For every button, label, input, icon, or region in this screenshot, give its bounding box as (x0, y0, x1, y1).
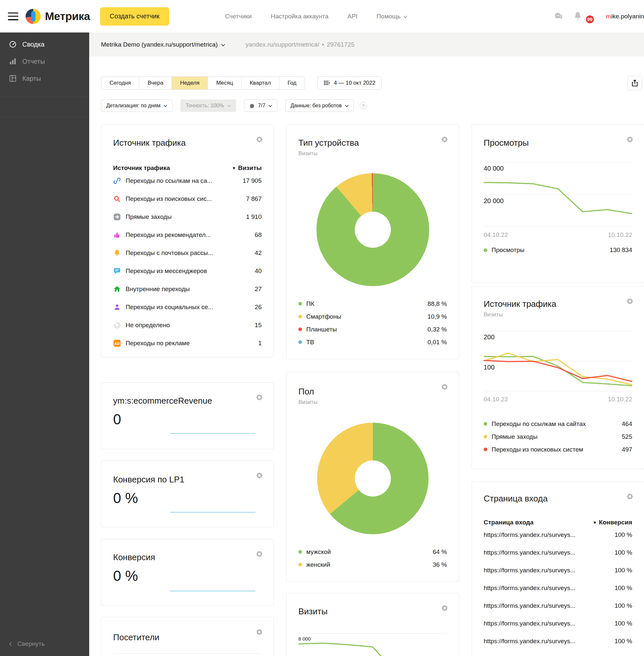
lp1-conversion-widget: Конверсия по LP1 0 % (101, 460, 274, 527)
share-icon (631, 79, 639, 87)
gear-icon[interactable] (255, 393, 263, 402)
table-row[interactable]: ADПереходы по рекламе1 (113, 334, 262, 352)
table-row[interactable]: https://forms.yandex.ru/surveys...100 % (484, 526, 632, 544)
widget-title: Посетители (113, 632, 262, 642)
legend-item[interactable]: Прямые заходы525 (484, 430, 632, 443)
counter-url: yandex.ru/support/metrica/•29761725 (246, 41, 354, 48)
range-tab-неделя[interactable]: Неделя (171, 77, 208, 89)
counter-bar: Metrika Demo (yandex.ru/support/metrica)… (89, 32, 644, 57)
username[interactable]: mike.polyanin (606, 13, 644, 20)
widget-title: Конверсия (113, 552, 262, 563)
gear-icon[interactable] (626, 492, 634, 501)
spinner-icon (113, 321, 121, 329)
date-range-tabs: СегодняВчераНеделяМесяцКварталГод (101, 76, 305, 90)
gear-icon[interactable] (626, 135, 634, 144)
export-button[interactable] (628, 76, 642, 90)
gear-icon[interactable] (440, 382, 449, 391)
ad-icon: AD (113, 339, 121, 347)
nav-link-счетчики[interactable]: Счетчики (225, 13, 252, 20)
table-row[interactable]: Переходы по ссылкам на са...17 905 (113, 172, 262, 190)
visits-line-chart[interactable]: 8 000 (298, 633, 447, 656)
gear-icon[interactable] (440, 604, 449, 612)
table-row[interactable]: Переходы из социальных се...26 (113, 298, 262, 316)
table-header: Страница входа ▼Конверсия (484, 519, 632, 526)
gear-icon[interactable] (626, 297, 634, 306)
table-row[interactable]: Переходы с почтовых рассы...42 (113, 244, 262, 262)
bell-orange-icon (113, 249, 121, 257)
sidebar: СводкаОтчетыКарты Свернуть (0, 32, 89, 656)
sort-column[interactable]: ▼Конверсия (593, 519, 632, 526)
table-row[interactable]: https://forms.yandex.ru/surveys...100 % (484, 579, 632, 597)
help-icon[interactable]: ? (360, 102, 367, 109)
calendar-button[interactable]: 4 — 10 окт 2022 (317, 76, 382, 90)
create-counter-button[interactable]: Создать счетчик (100, 7, 169, 26)
toolbar: СегодняВчераНеделяМесяцКварталГод 4 — 10… (89, 76, 644, 90)
detail-filter[interactable]: Детализация: по дням (101, 100, 172, 112)
legend-item[interactable]: женский36 % (298, 558, 447, 571)
widget-title: Источник трафика (113, 138, 262, 148)
notifications-bell-icon[interactable] (573, 12, 582, 21)
top-nav: СчетчикиНастройка аккаунтаAPIПомощь (225, 13, 407, 20)
days-filter[interactable]: 7/7 (244, 100, 277, 112)
gear-icon[interactable] (440, 135, 449, 144)
nav-link-помощь[interactable]: Помощь (376, 13, 407, 20)
legend-item[interactable]: ТВ0,01 % (298, 336, 447, 349)
gear-icon[interactable] (255, 550, 263, 558)
counter-selector[interactable]: Metrika Demo (yandex.ru/support/metrica) (101, 41, 225, 48)
sidebar-item-отчеты[interactable]: Отчеты (0, 53, 89, 70)
sort-column[interactable]: ▼Визиты (232, 165, 262, 172)
table-row[interactable]: Внутренние переходы27 (113, 280, 262, 298)
table-row[interactable]: https://forms.yandex.ru/surveys...100 % (484, 562, 632, 579)
sidebar-item-карты[interactable]: Карты (0, 70, 89, 87)
traffic-source-line-chart[interactable]: 200 100 (484, 331, 632, 391)
robots-filter[interactable]: Данные: без роботов (285, 100, 354, 112)
menu-icon[interactable] (8, 13, 18, 20)
chat-icon[interactable] (553, 11, 564, 22)
comment-icon (249, 103, 255, 109)
gear-icon[interactable] (255, 135, 263, 144)
chart-legend: ПК88,8 %Смартфоны10,9 %Планшеты0,32 %ТВ0… (298, 297, 447, 349)
range-tab-месяц[interactable]: Месяц (208, 77, 241, 89)
chart-legend: Переходы по ссылкам на сайтах464Прямые з… (484, 417, 632, 456)
filter-bar: Детализация: по дням Точность: 100% 7/7 … (89, 100, 644, 112)
logo-text[interactable]: Метрика (45, 10, 90, 23)
legend-item[interactable]: Переходы из поисковых систем497 (484, 443, 632, 456)
table-row[interactable]: Переходы из поисковых сис...7 867 (113, 190, 262, 208)
legend-item[interactable]: Переходы по ссылкам на сайтах464 (484, 417, 632, 430)
range-tab-сегодня[interactable]: Сегодня (101, 77, 139, 89)
table-row[interactable]: https://forms.yandex.ru/surveys...100 % (484, 615, 632, 632)
table-row[interactable]: Переходы из рекомендател...68 (113, 226, 262, 244)
range-tab-квартал[interactable]: Квартал (242, 77, 279, 89)
sidebar-collapse-button[interactable]: Свернуть (9, 640, 45, 648)
widget-title: Пол (298, 387, 447, 397)
gear-icon[interactable] (255, 628, 263, 636)
gender-donut-chart[interactable] (317, 423, 429, 534)
sidebar-item-сводка[interactable]: Сводка (0, 36, 89, 53)
legend-item[interactable]: Просмотры130 834 (484, 243, 632, 257)
legend-item[interactable]: Планшеты0,32 % (298, 323, 447, 336)
table-row[interactable]: Прямые заходы1 910 (113, 208, 262, 226)
metric-value: 0 % (113, 568, 262, 584)
table-row[interactable]: https://forms.yandex.ru/surveys...100 % (484, 597, 632, 615)
table-row[interactable]: https://forms.yandex.ru/surveys...100 % (484, 632, 632, 650)
range-tab-год[interactable]: Год (279, 77, 305, 89)
legend-item[interactable]: ПК88,8 % (298, 297, 447, 310)
views-line-chart[interactable]: 40 000 20 000 (484, 162, 632, 227)
metrika-logo-icon[interactable] (26, 9, 41, 24)
nav-link-настройка-аккаунта[interactable]: Настройка аккаунта (271, 13, 328, 20)
accuracy-filter[interactable]: Точность: 100% (180, 100, 236, 112)
nav-link-api[interactable]: API (348, 13, 358, 20)
table-row[interactable]: Не определено15 (113, 316, 262, 334)
table-header: Источник трафика ▼Визиты (113, 165, 262, 172)
legend-item[interactable]: мужской64 % (298, 545, 447, 558)
device-type-donut-chart[interactable] (317, 173, 429, 286)
table-row[interactable]: https://forms.yandex.ru/surveys...100 % (484, 544, 632, 562)
range-tab-вчера[interactable]: Вчера (139, 77, 171, 89)
table-row[interactable]: Переходы из мессенджеров40 (113, 262, 262, 280)
sort-desc-icon: ▼ (232, 166, 236, 171)
gear-icon[interactable] (255, 471, 263, 480)
legend-item[interactable]: Смартфоны10,9 % (298, 310, 447, 323)
legend-dot (298, 340, 302, 344)
widget-title: Конверсия по LP1 (113, 475, 262, 485)
widget-subtitle: Визиты (298, 399, 447, 406)
